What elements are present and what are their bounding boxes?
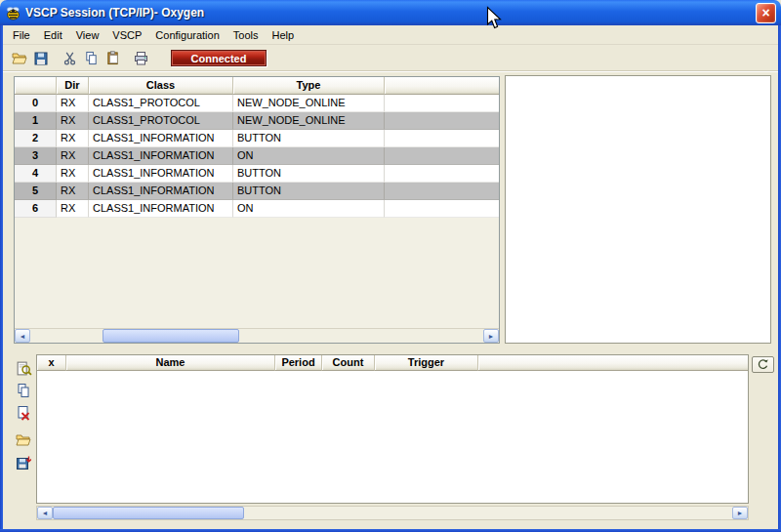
event-extra	[385, 183, 499, 200]
menu-configuration[interactable]: Configuration	[148, 26, 226, 44]
open-folder-icon	[15, 432, 32, 448]
scroll-thumb[interactable]	[103, 329, 239, 343]
events-grid-hscrollbar[interactable]: ◄ ►	[15, 328, 499, 343]
menu-vscp[interactable]: VSCP	[105, 26, 148, 44]
printer-icon	[133, 51, 149, 66]
column-header-class[interactable]: Class	[89, 77, 233, 95]
close-icon: ×	[761, 5, 769, 20]
event-type: ON	[233, 200, 385, 218]
column-header-active[interactable]: x	[37, 355, 66, 371]
print-button[interactable]	[130, 48, 151, 69]
tx-grid-body[interactable]	[37, 371, 748, 503]
event-info-panel	[505, 75, 771, 344]
titlebar[interactable]: VSCP Session (TCP/IP)- Oxygen ×	[0, 0, 781, 25]
bee-app-icon	[5, 5, 21, 21]
event-type: ON	[233, 147, 385, 165]
scroll-left-icon: ◄	[42, 510, 49, 516]
event-dir: RX	[57, 95, 89, 112]
column-header-dir[interactable]: Dir	[57, 77, 89, 95]
column-header-trigger[interactable]: Trigger	[375, 355, 478, 371]
events-grid: Dir Class Type 0 RX CLASS1_PROTOCOL NEW_…	[14, 76, 500, 344]
event-dir: RX	[57, 200, 89, 218]
paste-button[interactable]	[102, 48, 123, 69]
event-extra	[385, 200, 499, 218]
app-window: VSCP Session (TCP/IP)- Oxygen × File Edi…	[0, 0, 781, 532]
event-row-3[interactable]: 3 RX CLASS1_INFORMATION ON	[15, 147, 499, 165]
menu-tools[interactable]: Tools	[226, 26, 266, 44]
event-extra	[385, 130, 499, 147]
cut-button[interactable]	[59, 48, 80, 69]
refresh-arrow-icon	[757, 358, 769, 371]
tx-grid-header: x Name Period Count Trigger	[37, 355, 748, 371]
event-extra	[385, 147, 499, 165]
menubar: File Edit View VSCP Configuration Tools …	[3, 25, 778, 45]
scroll-right-button[interactable]: ►	[732, 507, 748, 519]
refresh-button[interactable]	[752, 356, 774, 373]
column-header-index[interactable]	[15, 77, 57, 95]
scroll-right-icon: ►	[488, 333, 495, 340]
menu-edit[interactable]: Edit	[37, 26, 69, 44]
save-events-button[interactable]	[13, 452, 34, 473]
mouse-cursor	[486, 6, 503, 30]
scroll-track[interactable]	[53, 507, 732, 519]
load-events-button[interactable]	[13, 430, 34, 451]
close-button[interactable]: ×	[756, 3, 776, 23]
event-dir: RX	[57, 165, 89, 183]
toolbar: Connected	[3, 46, 778, 71]
floppy-save-arrow-icon	[16, 455, 31, 471]
event-index: 0	[15, 95, 57, 112]
event-type: BUTTON	[233, 165, 385, 183]
edit-event-button[interactable]	[13, 357, 34, 379]
copy-button[interactable]	[80, 48, 102, 69]
event-class: CLASS1_PROTOCOL	[89, 95, 233, 112]
tx-grid-hscrollbar[interactable]: ◄ ►	[36, 506, 749, 520]
menu-file[interactable]: File	[6, 26, 37, 44]
menu-view[interactable]: View	[69, 26, 106, 44]
column-header-period[interactable]: Period	[275, 355, 322, 371]
event-type: BUTTON	[233, 130, 385, 147]
open-button[interactable]	[9, 48, 30, 69]
column-header-name[interactable]: Name	[66, 355, 275, 371]
window-border-left	[0, 23, 3, 532]
event-index: 2	[15, 130, 57, 147]
event-row-5[interactable]: 5 RX CLASS1_INFORMATION BUTTON	[15, 183, 499, 200]
column-header-type[interactable]: Type	[233, 77, 385, 95]
event-class: CLASS1_INFORMATION	[89, 200, 233, 218]
scroll-left-button[interactable]: ◄	[15, 329, 30, 343]
event-dir: RX	[57, 130, 89, 147]
scroll-right-icon: ►	[737, 510, 744, 516]
scissors-cut-icon	[62, 51, 77, 65]
event-row-1[interactable]: 1 RX CLASS1_PROTOCOL NEW_NODE_ONLINE	[15, 112, 499, 130]
scroll-track[interactable]	[30, 329, 483, 343]
column-header-extra[interactable]	[478, 355, 748, 371]
event-dir: RX	[57, 112, 89, 130]
scroll-thumb[interactable]	[53, 507, 244, 519]
event-dir: RX	[57, 183, 89, 200]
edit-magnifier-icon	[16, 360, 32, 377]
event-type: NEW_NODE_ONLINE	[233, 112, 385, 130]
events-grid-header: Dir Class Type	[15, 77, 499, 95]
delete-x-icon	[16, 405, 31, 421]
event-row-6[interactable]: 6 RX CLASS1_INFORMATION ON	[15, 200, 499, 218]
window-title: VSCP Session (TCP/IP)- Oxygen	[25, 6, 204, 20]
event-class: CLASS1_INFORMATION	[89, 165, 233, 183]
scroll-right-button[interactable]: ►	[483, 329, 499, 343]
event-row-2[interactable]: 2 RX CLASS1_INFORMATION BUTTON	[15, 130, 499, 147]
scroll-left-button[interactable]: ◄	[37, 507, 53, 519]
save-button[interactable]	[30, 48, 52, 69]
event-class: CLASS1_INFORMATION	[89, 183, 233, 200]
connection-status-button[interactable]: Connected	[171, 50, 267, 66]
event-index: 1	[15, 112, 57, 130]
column-header-extra[interactable]	[385, 77, 499, 95]
event-class: CLASS1_INFORMATION	[89, 147, 233, 165]
event-type: NEW_NODE_ONLINE	[233, 95, 385, 112]
menu-help[interactable]: Help	[265, 26, 301, 44]
event-row-4[interactable]: 4 RX CLASS1_INFORMATION BUTTON	[15, 165, 499, 183]
copy-event-button[interactable]	[13, 380, 34, 401]
event-type: BUTTON	[233, 183, 385, 200]
events-grid-empty-area	[15, 218, 499, 328]
column-header-count[interactable]: Count	[322, 355, 375, 371]
delete-event-button[interactable]	[13, 402, 34, 424]
floppy-save-icon	[33, 51, 49, 66]
event-row-0[interactable]: 0 RX CLASS1_PROTOCOL NEW_NODE_ONLINE	[15, 95, 499, 112]
